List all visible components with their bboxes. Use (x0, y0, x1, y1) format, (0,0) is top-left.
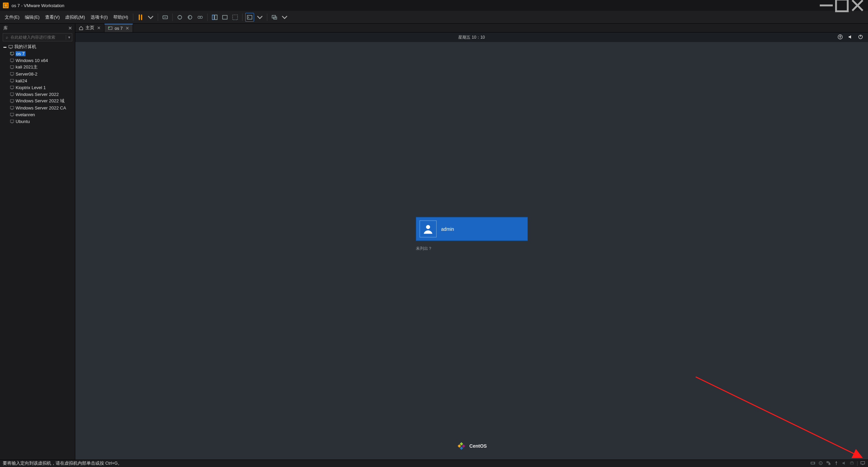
svg-rect-24 (10, 113, 14, 115)
menu-file[interactable]: 文件(E) (2, 13, 22, 22)
close-button[interactable] (850, 0, 865, 11)
send-ctrl-alt-del-button[interactable] (161, 13, 170, 22)
tree-item[interactable]: kali24 (3, 77, 75, 84)
vm-tree[interactable]: ▬ 我的计算机 os 7Windows 10 x64kali 2021主Serv… (0, 43, 75, 460)
tree-item[interactable]: os 7 (3, 50, 75, 57)
svg-rect-14 (10, 52, 14, 54)
gnome-clock: 星期五 10：10 (458, 35, 485, 40)
search-dropdown[interactable]: ▾ (66, 35, 72, 40)
svg-rect-23 (10, 106, 14, 108)
distro-logo: CentOS (457, 441, 487, 451)
tree-item[interactable]: evelanren (3, 111, 75, 118)
svg-point-27 (109, 27, 110, 28)
fullscreen-dropdown[interactable] (255, 13, 264, 22)
tree-item[interactable]: Windows 10 x64 (3, 57, 75, 64)
device-display-icon[interactable] (860, 461, 865, 467)
svg-point-40 (821, 463, 821, 463)
tree-item[interactable]: Windows Server 2022 CA (3, 104, 75, 111)
tree-item[interactable]: Windows Server 2022 (3, 91, 75, 98)
tree-root[interactable]: ▬ 我的计算机 (3, 43, 75, 50)
device-network-icon[interactable] (826, 461, 831, 467)
vm-icon (9, 85, 14, 90)
vm-icon (9, 51, 14, 56)
search-input[interactable] (11, 35, 66, 40)
tab-home[interactable]: 主页 ✕ (75, 24, 104, 32)
tree-item[interactable]: Ubuntu (3, 118, 75, 125)
svg-point-38 (814, 463, 815, 463)
tree-item[interactable]: Windows Server 2022 域 (3, 98, 75, 104)
svg-rect-33 (462, 444, 465, 448)
minimize-button[interactable] (818, 0, 834, 11)
maximize-button[interactable] (834, 0, 850, 11)
tree-item-label: Windows 10 x64 (16, 58, 48, 63)
menu-view[interactable]: 查看(V) (42, 13, 62, 22)
vm-icon (9, 99, 14, 103)
device-usb-icon[interactable] (834, 461, 839, 467)
tree-item-label: Windows Server 2022 域 (16, 98, 64, 104)
menu-vm[interactable]: 虚拟机(M) (62, 13, 88, 22)
snapshot-revert-button[interactable] (186, 13, 194, 22)
not-listed-link[interactable]: 未列出？ (416, 245, 528, 251)
unity-button[interactable] (270, 13, 279, 22)
tree-item[interactable]: Kioptrix Level 1 (3, 84, 75, 91)
window-title: os 7 - VMware Workstation (12, 3, 818, 8)
vm-running-icon (108, 26, 113, 31)
avatar-icon (420, 220, 437, 237)
tab-home-close[interactable]: ✕ (97, 25, 101, 31)
show-console-button[interactable] (231, 13, 239, 22)
vm-icon (9, 65, 14, 69)
tree-item-label: Server08-2 (16, 72, 37, 77)
snapshot-manager-button[interactable] (196, 13, 205, 22)
svg-rect-19 (10, 79, 14, 81)
volume-icon[interactable] (848, 34, 853, 41)
svg-rect-32 (460, 442, 463, 446)
annotation-arrow (692, 373, 868, 462)
show-thumbnail-button[interactable] (220, 13, 229, 22)
svg-rect-41 (827, 461, 828, 463)
tab-vm[interactable]: os 7 ✕ (104, 24, 133, 32)
tab-vm-label: os 7 (115, 26, 123, 31)
menu-help[interactable]: 帮助(H) (111, 13, 131, 22)
guest-display[interactable]: 星期五 10：10 (75, 33, 868, 460)
accessibility-icon[interactable] (837, 34, 843, 41)
device-cd-icon[interactable] (818, 461, 823, 467)
tab-vm-close[interactable]: ✕ (126, 26, 129, 31)
show-library-button[interactable] (210, 13, 219, 22)
vm-icon (9, 58, 14, 63)
svg-rect-0 (836, 0, 848, 11)
tab-home-label: 主页 (85, 25, 94, 31)
fullscreen-button[interactable] (245, 13, 254, 22)
vm-icon (9, 105, 14, 110)
power-dropdown[interactable] (146, 13, 155, 22)
library-close-button[interactable]: ✕ (68, 25, 72, 31)
svg-rect-16 (10, 59, 14, 61)
tree-item-label: os 7 (16, 51, 25, 56)
device-sound-icon[interactable] (842, 461, 847, 467)
tree-item-label: kali 2021主 (16, 64, 38, 70)
device-icons (810, 461, 865, 467)
tree-item[interactable]: kali 2021主 (3, 64, 75, 70)
menubar: 文件(E) 编辑(E) 查看(V) 虚拟机(M) 选项卡(I) 帮助(H) (0, 11, 868, 24)
tree-root-label: 我的计算机 (14, 44, 36, 50)
tree-item-label: Windows Server 2022 (16, 92, 59, 97)
statusbar-hint: 要将输入定向到该虚拟机，请在虚拟机内部单击或按 Ctrl+G。 (3, 461, 122, 466)
library-search[interactable]: ⌕ ▾ (3, 33, 72, 41)
svg-rect-17 (10, 65, 14, 68)
device-harddisk-icon[interactable] (810, 461, 815, 467)
svg-rect-34 (458, 444, 461, 448)
unity-dropdown[interactable] (280, 13, 289, 22)
power-icon[interactable] (858, 34, 863, 41)
svg-rect-21 (10, 93, 14, 95)
collapse-icon[interactable]: ▬ (3, 45, 7, 48)
suspend-button[interactable] (136, 13, 145, 22)
device-printer-icon[interactable] (849, 461, 854, 467)
menu-edit[interactable]: 编辑(E) (22, 13, 42, 22)
login-user-button[interactable]: admin (416, 217, 528, 241)
login-card: admin 未列出？ (416, 217, 528, 251)
app-icon (3, 2, 9, 8)
menu-tabs[interactable]: 选项卡(I) (88, 13, 111, 22)
tree-item[interactable]: Server08-2 (3, 70, 75, 77)
svg-point-31 (426, 225, 430, 229)
snapshot-take-button[interactable] (175, 13, 184, 22)
tree-item-label: evelanren (16, 112, 35, 117)
